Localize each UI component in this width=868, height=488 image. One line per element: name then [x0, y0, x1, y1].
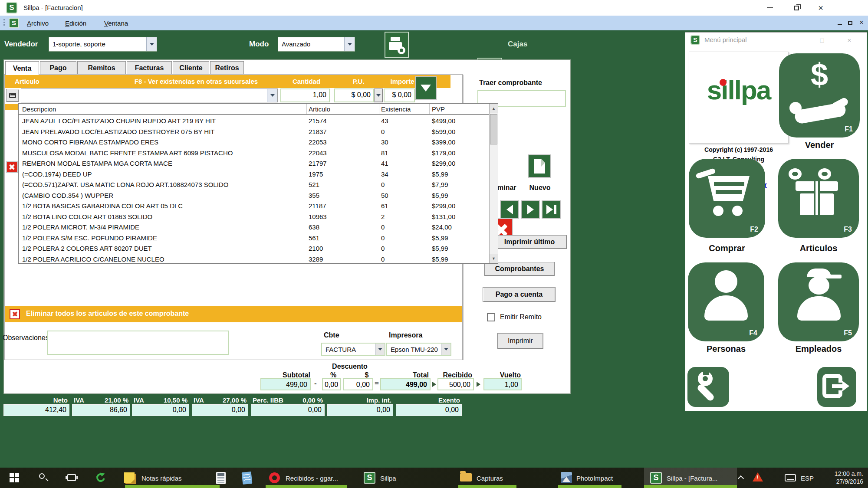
emitir-remito-checkbox[interactable]: [487, 313, 495, 321]
imprimir-ultimo-button[interactable]: Imprimir último: [492, 235, 567, 249]
minimize-button[interactable]: [757, 0, 783, 16]
close-button[interactable]: ×: [808, 0, 833, 16]
recibidos-label[interactable]: Recibidos - ggar...: [286, 475, 338, 482]
scroll-down-button[interactable]: ▼: [490, 254, 498, 263]
vendedor-select[interactable]: 1-soporte, soporte: [49, 37, 157, 52]
article-list-row[interactable]: MONO CORTO FIBRANA ESTAMPADO ERES 22053 …: [19, 137, 489, 148]
article-list-row[interactable]: 1/2 POLERA S/M ESC. POFUNDO PIRAMIDE 561…: [19, 233, 489, 244]
scroll-up-button[interactable]: ▲: [490, 104, 498, 113]
article-dropdown-button[interactable]: [267, 89, 277, 102]
settings-button[interactable]: [687, 367, 729, 407]
tray-warning-button[interactable]: [753, 472, 763, 481]
tab-pago[interactable]: Pago: [40, 61, 76, 75]
notas-rapidas-label[interactable]: Notas rápidas: [141, 475, 182, 482]
mdi-close-button[interactable]: ×: [858, 19, 865, 27]
restore-button[interactable]: [784, 0, 809, 16]
notepad-button[interactable]: [242, 472, 252, 484]
cbte-dropdown-button[interactable]: [375, 344, 385, 355]
sync-app-button[interactable]: [96, 473, 105, 482]
delete-row-button[interactable]: [6, 161, 18, 173]
article-list-row[interactable]: REMERON MODAL ESTAMPA MGA CORTA MACE 217…: [19, 158, 489, 169]
pu-field[interactable]: $ 0,00: [334, 88, 374, 102]
article-list-row[interactable]: JEAN AZUL LOC/ELASTIZADO CHUPIN RUEDO AR…: [19, 116, 489, 127]
search-button[interactable]: [39, 473, 49, 484]
open-article-list-button[interactable]: [415, 76, 437, 100]
sticky-notes-button[interactable]: [124, 472, 135, 483]
tab-remitos[interactable]: Remitos: [77, 61, 126, 75]
last-record-button[interactable]: [542, 200, 561, 219]
article-input-combo[interactable]: [21, 88, 278, 102]
start-button[interactable]: [10, 473, 19, 482]
recibido-field[interactable]: 500,00: [437, 378, 474, 390]
nuevo-button[interactable]: [528, 154, 551, 178]
mdi-restore-button[interactable]: [846, 19, 854, 27]
tax-cell: IVA 10,50 % 0,00: [132, 396, 189, 416]
article-list-row[interactable]: MUSCULOSA MODAL BATIC FRENTE ESTAMPA ART…: [19, 148, 489, 159]
photoimpact-button[interactable]: [561, 472, 572, 483]
sillpa-factura-label[interactable]: Sillpa - [Factura...: [667, 475, 718, 482]
article-list-row[interactable]: JEAN PRELAVADO LOC/ELASTIZADO DESTROYER …: [19, 127, 489, 138]
mdi-child-icon[interactable]: S: [9, 18, 19, 28]
task-view-button[interactable]: [67, 474, 76, 481]
article-list-scrollbar[interactable]: ▲ ▼: [489, 104, 498, 263]
observaciones-input[interactable]: [47, 331, 229, 355]
cantidad-field[interactable]: 1,00: [280, 88, 330, 102]
sillpa-label[interactable]: Sillpa: [380, 475, 396, 482]
modo-select[interactable]: Avanzado: [278, 37, 355, 52]
article-list-row[interactable]: (=COD.1974) DEED UP 1975 34 $5,99: [19, 169, 489, 180]
tab-cliente[interactable]: Cliente: [173, 61, 209, 75]
tab-retiros[interactable]: Retiros: [210, 61, 244, 75]
calculator-button[interactable]: [216, 472, 226, 484]
articulos-button[interactable]: F3: [778, 159, 859, 238]
personas-button[interactable]: F4: [688, 262, 764, 341]
touch-keyboard-button[interactable]: [785, 472, 796, 481]
descuento-pct-field[interactable]: 0,00: [322, 378, 341, 390]
photoimpact-label[interactable]: PhotoImpact: [576, 475, 613, 482]
sillpa-factura-button[interactable]: S: [650, 472, 662, 484]
language-indicator[interactable]: ESP: [801, 475, 814, 482]
panel-close-button[interactable]: ×: [844, 36, 855, 46]
impresora-select[interactable]: Epson TMU-220: [386, 343, 451, 356]
capturas-label[interactable]: Capturas: [477, 475, 503, 482]
sillpa-taskbar-button[interactable]: S: [364, 472, 375, 484]
vendedor-dropdown-button[interactable]: [146, 37, 157, 51]
article-list-row[interactable]: 1/2 POLERA MICROT. M-3/4 PIRAMIDE 638 0 …: [19, 222, 489, 233]
menu-ventana[interactable]: Ventana: [98, 16, 134, 30]
cash-register-button[interactable]: [385, 32, 409, 58]
menu-archivo[interactable]: Archivo: [21, 16, 55, 30]
article-list-row[interactable]: 1/2 BOTA BASICAS GABARDINA COLOR ART 05 …: [19, 201, 489, 212]
article-list-row[interactable]: 1/2 POLERA ACRILICO C/CANELONE NUCLEO 32…: [19, 254, 489, 264]
article-list-row[interactable]: (CAMBIO COD.354 ) WUPPER 355 50 $5,99: [19, 190, 489, 201]
prev-record-button[interactable]: [500, 200, 519, 219]
tab-facturas[interactable]: Facturas: [127, 61, 172, 75]
modo-dropdown-button[interactable]: [344, 37, 355, 51]
article-list-row[interactable]: (=COD.571)ZAPAT. USA MATIC LONA ROJO ART…: [19, 180, 489, 190]
article-lookup-button[interactable]: [6, 89, 19, 102]
descuento-amount-field[interactable]: 0,00: [343, 378, 373, 390]
empleados-button[interactable]: F5: [778, 262, 859, 341]
tray-expand-button[interactable]: [739, 475, 743, 481]
pu-dropdown-button[interactable]: [374, 88, 383, 102]
vender-button[interactable]: $ F1: [779, 53, 860, 138]
next-record-button[interactable]: [521, 200, 540, 219]
imprimir-button[interactable]: Imprimir: [497, 333, 543, 349]
panel-minimize-button[interactable]: —: [785, 36, 796, 46]
comprobantes-button[interactable]: Comprobantes: [484, 262, 555, 276]
opera-button[interactable]: [269, 472, 280, 483]
pago-a-cuenta-button[interactable]: Pago a cuenta: [483, 287, 556, 302]
menu-edicion[interactable]: Edición: [59, 16, 92, 30]
tab-venta[interactable]: Venta: [5, 61, 39, 75]
panel-maximize-button[interactable]: □: [817, 36, 827, 46]
exit-button[interactable]: [817, 367, 856, 407]
impresora-dropdown-button[interactable]: [441, 344, 450, 355]
cbte-select[interactable]: FACTURA: [321, 343, 385, 356]
clock[interactable]: 12:00 a.m. 27/9/2016: [822, 470, 863, 485]
mdi-minimize-button[interactable]: [836, 19, 844, 27]
scroll-thumb[interactable]: [490, 114, 497, 144]
article-list-row[interactable]: 1/2 POLERA 2 COLORES ART 80207 DUET 2100…: [19, 243, 489, 254]
importe-field[interactable]: $ 0,00: [384, 88, 415, 102]
eliminar-todos-bar[interactable]: Eliminar todos los articulos de este com…: [5, 306, 462, 322]
article-list-row[interactable]: 1/2 BOTA LINO COLOR ART 01863 SOLIDO 109…: [19, 212, 489, 223]
comprar-button[interactable]: F2: [689, 159, 765, 238]
capturas-button[interactable]: [460, 471, 472, 481]
